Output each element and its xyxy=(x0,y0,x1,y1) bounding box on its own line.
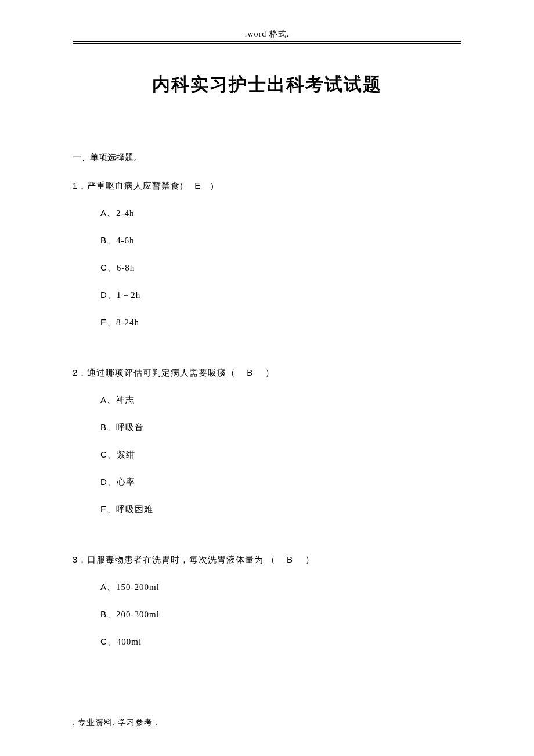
closing-bracket: ） xyxy=(305,555,315,564)
closing-bracket: ) xyxy=(211,181,214,190)
header-text: .word 格式. xyxy=(73,29,461,39)
header-divider-1 xyxy=(73,41,461,42)
answer-letter: E xyxy=(194,181,202,190)
option-1a: A、2-4h xyxy=(100,208,461,219)
question-number: 2 xyxy=(73,368,78,377)
question-number: 1 xyxy=(73,181,78,190)
question-text: ．通过哪项评估可判定病人需要吸痰（ xyxy=(78,368,236,377)
answer-letter: B xyxy=(247,368,254,377)
section-heading: 一、单项选择题。 xyxy=(73,152,461,163)
option-2b: B、呼吸音 xyxy=(100,422,461,433)
question-2: 2．通过哪项评估可判定病人需要吸痰（ B ） xyxy=(73,368,461,379)
footer-text: . 专业资料. 学习参考 . xyxy=(73,718,158,728)
question-3: 3．口服毒物患者在洗胃时，每次洗胃液体量为 （ B ） xyxy=(73,555,461,566)
option-1e: E、8-24h xyxy=(100,317,461,328)
option-3b: B、200-300ml xyxy=(100,609,461,620)
option-2d: D、心率 xyxy=(100,477,461,488)
option-2e: E、呼吸困难 xyxy=(100,504,461,515)
option-2c: C、紫绀 xyxy=(100,449,461,460)
question-number: 3 xyxy=(73,555,78,564)
option-2a: A、神志 xyxy=(100,395,461,406)
closing-bracket: ） xyxy=(265,368,275,377)
document-title: 内科实习护士出科考试试题 xyxy=(73,73,461,97)
option-1d: D、1－2h xyxy=(100,290,461,301)
question-text: ．严重呕血病人应暂禁食( xyxy=(78,181,183,190)
question-text: ．口服毒物患者在洗胃时，每次洗胃液体量为 （ xyxy=(78,555,276,564)
option-1b: B、4-6h xyxy=(100,235,461,246)
option-3a: A、150-200ml xyxy=(100,582,461,593)
question-1: 1．严重呕血病人应暂禁食( E ) xyxy=(73,181,461,192)
answer-letter: B xyxy=(287,555,294,564)
header-divider-2 xyxy=(73,43,461,44)
option-1c: C、6-8h xyxy=(100,262,461,273)
option-3c: C、400ml xyxy=(100,636,461,647)
